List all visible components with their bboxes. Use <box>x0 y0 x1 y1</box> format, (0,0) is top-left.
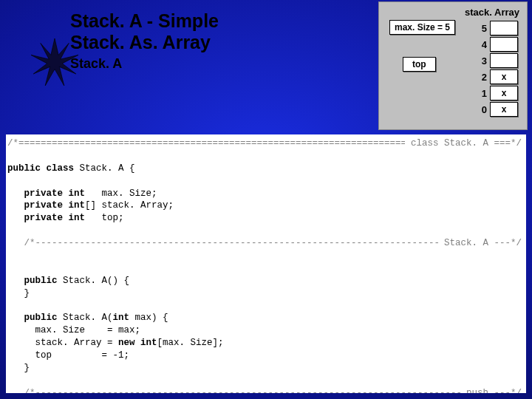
top-box: top <box>403 57 436 72</box>
slide: Stack. A - Simple Stack. As. Array Stack… <box>0 0 532 399</box>
code-line: } <box>7 288 30 299</box>
title-line2: Stack. As. Array <box>70 32 211 52</box>
divider-ctor: /* Stack. A ---*/ <box>7 237 522 250</box>
code-line: private int top; <box>7 213 124 223</box>
divider-class: /* class Stack. A ===*/ <box>7 137 522 150</box>
code-line: private int max. Size; <box>7 188 157 199</box>
array-table: 5 4 3 2 x 1 x 0 x <box>475 20 518 117</box>
array-row: 2 x <box>475 69 518 85</box>
array-row: 1 x <box>475 85 518 101</box>
array-cell <box>490 37 518 52</box>
array-row: 3 <box>475 52 518 69</box>
array-row: 5 <box>475 20 518 36</box>
array-index: 2 <box>475 72 487 83</box>
array-row: 4 <box>475 36 518 52</box>
array-cell: x <box>490 102 518 117</box>
code-line: top = -1; <box>7 350 129 361</box>
array-cell: x <box>490 86 518 100</box>
array-panel-label: stack. Array <box>465 7 519 18</box>
array-index: 4 <box>475 39 487 50</box>
code-line: public Stack. A() { <box>7 276 129 286</box>
array-panel: stack. Array max. Size = 5 top 5 4 3 2 x… <box>378 1 528 130</box>
code-line: stack. Array = new int[max. Size]; <box>7 338 224 348</box>
array-cell <box>490 53 518 68</box>
code-line: } <box>7 363 30 373</box>
array-cell <box>490 21 518 35</box>
code-line: max. Size = max; <box>7 325 140 335</box>
array-index: 3 <box>475 55 487 66</box>
slide-title: Stack. A - Simple Stack. As. Array <box>70 10 219 53</box>
array-cell: x <box>490 69 518 84</box>
array-index: 1 <box>475 88 487 99</box>
code-line: private int[] stack. Array; <box>7 200 174 211</box>
divider-push: /* push ---*/ <box>7 387 522 394</box>
code-block: /* class Stack. A ===*/ public class Sta… <box>6 134 526 393</box>
code-line: public Stack. A(int max) { <box>7 313 168 323</box>
maxsize-box: max. Size = 5 <box>389 20 455 35</box>
array-index: 0 <box>475 104 487 115</box>
array-index: 5 <box>475 23 487 34</box>
title-line1: Stack. A - Simple <box>70 10 219 31</box>
slide-subtitle: Stack. A <box>70 56 122 72</box>
code-line: public class Stack. A { <box>7 163 135 174</box>
array-row: 0 x <box>475 101 518 117</box>
